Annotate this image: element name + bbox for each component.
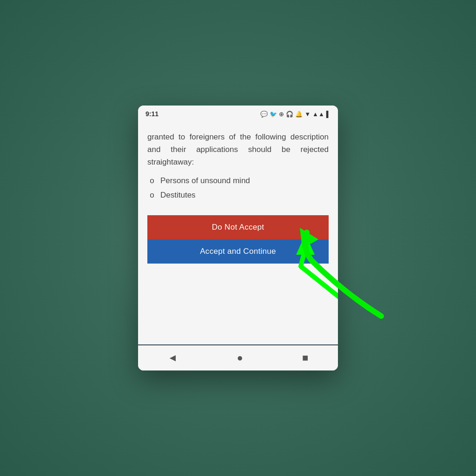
content-area: granted to foreigners of the following d… [138,121,338,344]
accept-continue-button[interactable]: Accept and Continue [147,239,329,264]
do-not-accept-button[interactable]: Do Not Accept [147,215,329,239]
alert-icon: ⊕ [279,111,284,118]
headphone-icon: 🎧 [286,111,293,118]
status-bar: 9:11 💬 🐦 ⊕ 🎧 🔔 ▼ ▲▲ ▌ [138,106,338,121]
whatsapp-icon: 💬 [260,111,268,118]
home-button[interactable]: ● [237,352,243,364]
twitter-icon: 🐦 [270,111,277,118]
phone-frame: 9:11 💬 🐦 ⊕ 🎧 🔔 ▼ ▲▲ ▌ granted to foreign… [138,106,338,370]
nav-bar: ◄ ● ■ [138,344,338,370]
battery-icon: ▌ [326,111,331,118]
list-bullet-1: o [147,174,157,187]
list-item: o Destitutes [147,189,329,201]
notification-icon: 🔔 [295,111,303,118]
back-button[interactable]: ◄ [168,352,178,364]
list-items-container: o Persons of unsound mind o Destitutes [147,174,329,201]
signal-icon: ▲▲ [312,111,324,118]
body-paragraph: granted to foreigners of the following d… [147,131,329,169]
status-icons-group: 💬 🐦 ⊕ 🎧 🔔 ▼ ▲▲ ▌ [260,111,331,118]
buttons-area: Do Not Accept Accept and Continue [147,215,329,264]
recent-button[interactable]: ■ [302,352,308,364]
list-item: o Persons of unsound mind [147,174,329,187]
list-text-2: Destitutes [160,189,196,201]
list-text-1: Persons of unsound mind [160,174,250,187]
status-time: 9:11 [145,110,159,118]
wifi-icon: ▼ [304,111,311,118]
list-bullet-2: o [147,189,157,201]
